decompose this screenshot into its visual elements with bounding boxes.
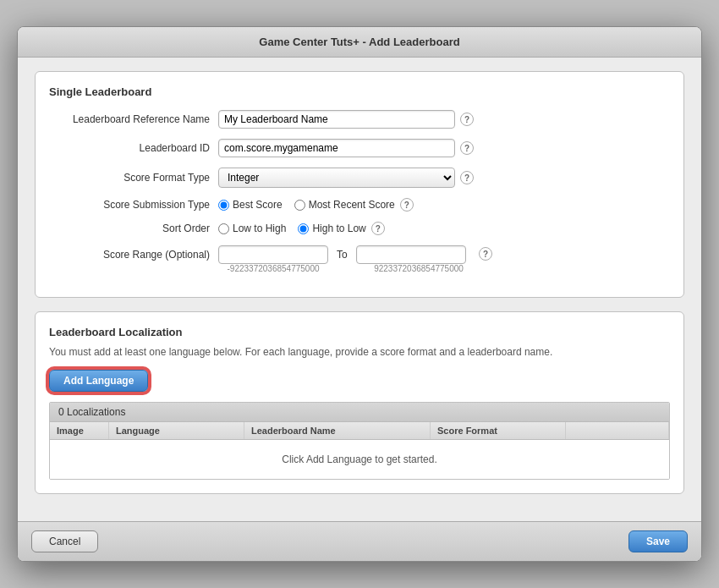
content-area: Single Leaderboard Leaderboard Reference… [18, 58, 701, 521]
high-to-low-label: High to Low [312, 223, 365, 234]
sort-order-label: Sort Order [49, 223, 218, 234]
score-format-row: Score Format Type Integer Fixed Point El… [49, 168, 670, 188]
window-footer: Cancel Save [18, 521, 701, 561]
score-range-row: Score Range (Optional) To -9223372036854… [49, 245, 670, 273]
most-recent-label: Most Recent Score [309, 199, 395, 211]
range-max-hint: 9223372036854775000 [364, 264, 474, 273]
best-score-option[interactable]: Best Score [218, 199, 283, 211]
sort-order-group: Low to High High to Low [218, 223, 366, 234]
low-to-high-label: Low to High [233, 223, 286, 234]
to-label: To [337, 249, 348, 261]
score-submission-help-icon[interactable]: ? [400, 198, 414, 212]
table-empty-message: Click Add Language to get started. [50, 440, 669, 479]
single-section-title: Single Leaderboard [49, 85, 670, 98]
low-to-high-radio[interactable] [218, 223, 229, 234]
localization-title: Leaderboard Localization [49, 326, 670, 338]
sort-order-help-icon[interactable]: ? [371, 222, 385, 235]
window-title: Game Center Tuts+ - Add Leaderboard [259, 36, 459, 48]
title-bar: Game Center Tuts+ - Add Leaderboard [18, 27, 701, 58]
leaderboard-id-row: Leaderboard ID ? [49, 139, 670, 157]
col-header-language: Language [109, 422, 244, 439]
localization-section: Leaderboard Localization You must add at… [35, 311, 684, 494]
range-max-input[interactable] [356, 245, 466, 264]
col-header-format: Score Format [431, 422, 566, 439]
range-fields: To [218, 245, 474, 264]
score-format-help-icon[interactable]: ? [460, 171, 474, 184]
most-recent-radio[interactable] [294, 200, 305, 211]
sort-order-row: Sort Order Low to High High to Low ? [49, 222, 670, 235]
range-inputs-container: To -9223372036854775000 9223372036854775… [218, 245, 474, 273]
save-button[interactable]: Save [628, 530, 688, 552]
score-submission-row: Score Submission Type Best Score Most Re… [49, 198, 670, 212]
best-score-radio[interactable] [218, 200, 229, 211]
table-column-headers: Image Language Leaderboard Name Score Fo… [50, 422, 669, 440]
score-format-label: Score Format Type [49, 172, 218, 184]
range-min-input[interactable] [218, 245, 328, 264]
localization-note: You must add at least one language below… [49, 345, 670, 360]
best-score-label: Best Score [233, 199, 283, 211]
main-window: Game Center Tuts+ - Add Leaderboard Sing… [17, 26, 702, 562]
localizations-count: 0 Localizations [50, 403, 669, 422]
range-hints: -9223372036854775000 9223372036854775000 [218, 264, 474, 273]
leaderboard-id-label: Leaderboard ID [49, 142, 218, 154]
reference-name-label: Leaderboard Reference Name [49, 113, 218, 125]
col-header-action [566, 422, 669, 439]
leaderboard-id-help-icon[interactable]: ? [460, 141, 474, 155]
high-to-low-radio[interactable] [298, 223, 309, 234]
high-to-low-option[interactable]: High to Low [298, 223, 365, 234]
low-to-high-option[interactable]: Low to High [218, 223, 286, 234]
col-header-image: Image [50, 422, 109, 439]
reference-name-input[interactable] [218, 110, 455, 129]
leaderboard-id-input[interactable] [218, 139, 455, 157]
score-submission-group: Best Score Most Recent Score [218, 199, 395, 211]
range-min-hint: -9223372036854775000 [218, 264, 328, 273]
score-range-help-icon[interactable]: ? [479, 247, 492, 261]
add-language-button[interactable]: Add Language [49, 370, 148, 392]
score-submission-label: Score Submission Type [49, 199, 218, 211]
reference-name-row: Leaderboard Reference Name ? [49, 110, 670, 129]
most-recent-option[interactable]: Most Recent Score [294, 199, 395, 211]
cancel-button[interactable]: Cancel [31, 530, 98, 552]
localizations-table-container: 0 Localizations Image Language Leaderboa… [49, 402, 670, 480]
single-leaderboard-section: Single Leaderboard Leaderboard Reference… [35, 71, 684, 298]
col-header-name: Leaderboard Name [244, 422, 431, 439]
score-range-label: Score Range (Optional) [49, 245, 218, 261]
reference-name-help-icon[interactable]: ? [460, 113, 474, 126]
score-format-select[interactable]: Integer Fixed Point Elapsed Time [218, 168, 455, 188]
